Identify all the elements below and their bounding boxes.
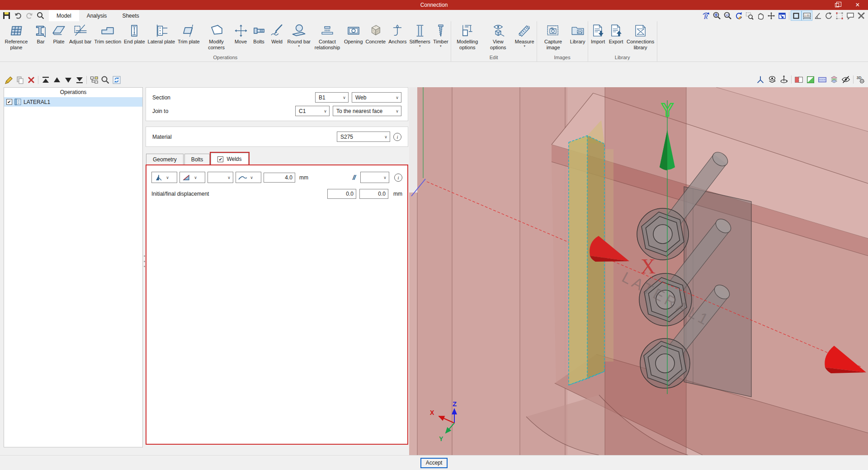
move-up-button[interactable]	[51, 75, 62, 85]
material-select[interactable]: S275 ∨	[337, 132, 390, 142]
ribbon-item-weld[interactable]: Weld	[268, 23, 286, 45]
axes-toggle-button[interactable]	[755, 74, 766, 85]
weld-info-icon[interactable]: i	[394, 174, 402, 182]
ribbon-item-import[interactable]: Import	[589, 23, 607, 45]
zoom-window-button[interactable]	[744, 10, 755, 21]
chevron-down-icon: ∨	[248, 175, 255, 180]
workplane-green-button[interactable]	[805, 74, 816, 85]
layers-button[interactable]	[828, 74, 840, 85]
hide-button[interactable]	[840, 74, 852, 85]
panel-splitter[interactable]	[143, 255, 145, 267]
undo-icon	[14, 12, 22, 20]
copy-operation-button[interactable]	[14, 75, 25, 85]
ribbon-item-opening[interactable]: Opening	[343, 23, 364, 45]
clip-plane-button[interactable]	[793, 74, 805, 85]
close-button[interactable]: ×	[847, 0, 868, 10]
comment-button[interactable]	[845, 10, 856, 21]
tools-button[interactable]	[856, 10, 867, 21]
weld-type-select[interactable]: ∨	[179, 172, 205, 183]
search-button[interactable]	[35, 10, 46, 21]
weld-side-select[interactable]: ∨	[360, 172, 389, 183]
ribbon-item-modelling-options[interactable]: Modelling options	[452, 23, 483, 51]
ribbon-group-operations: Reference plane Bar Plate	[0, 21, 451, 61]
zoom-all-button[interactable]	[712, 10, 722, 21]
svg-text:3D: 3D	[857, 76, 862, 80]
ribbon-item-anchors[interactable]: Anchors	[387, 23, 408, 45]
ribbon-item-plate[interactable]: Plate	[50, 23, 68, 45]
weld-symbol-select[interactable]: ∨	[151, 172, 177, 183]
scale-button[interactable]: 1.00	[802, 10, 812, 21]
edit-operation-button[interactable]	[3, 75, 14, 85]
3d-settings-button[interactable]: 3D	[855, 74, 867, 85]
ribbon-item-capture-image[interactable]: Capture image	[538, 23, 569, 51]
delete-operation-button[interactable]	[25, 75, 37, 85]
join-mode-select[interactable]: To the nearest face ∨	[333, 106, 401, 116]
ribbon-item-library[interactable]: Library	[569, 23, 587, 45]
material-info-icon[interactable]: i	[393, 133, 401, 141]
solid-view-button[interactable]	[791, 10, 802, 21]
redo-button[interactable]	[24, 10, 35, 21]
undo-button[interactable]	[12, 10, 24, 21]
tab-bolts[interactable]: Bolts	[184, 154, 210, 165]
ribbon-item-view-options[interactable]: View options	[483, 23, 514, 51]
rotate-button[interactable]	[823, 10, 834, 21]
move-bottom-button[interactable]	[74, 75, 85, 85]
ribbon-item-trim-section[interactable]: Trim section	[93, 23, 123, 45]
move-top-button[interactable]	[40, 75, 51, 85]
tab-geometry[interactable]: Geometry	[146, 154, 184, 165]
ribbon-item-trim-plate[interactable]: Trim plate	[176, 23, 201, 45]
selection-button[interactable]	[834, 10, 845, 21]
workplane-blue-button[interactable]	[816, 74, 828, 85]
move-down-button[interactable]	[62, 75, 74, 85]
ribbon-item-connections-library[interactable]: Connections library	[625, 23, 656, 51]
zoom-x2-button[interactable]: x2	[722, 10, 733, 21]
welds-checkbox[interactable]: ✔	[217, 156, 223, 162]
ribbon-item-timber[interactable]: Timber ▾	[432, 23, 450, 48]
ribbon-item-move[interactable]: Move	[232, 23, 250, 45]
ribbon-item-lateral-plate[interactable]: Lateral plate	[146, 23, 177, 45]
ribbon-item-export[interactable]: Export	[607, 23, 625, 45]
ribbon-item-end-plate[interactable]: End plate	[123, 23, 146, 45]
ribbon-item-round-bar[interactable]: Round bar ▾	[286, 23, 312, 48]
ribbon-item-reference-plane[interactable]: Reference plane	[1, 23, 32, 51]
ribbon-item-concrete[interactable]: Concrete	[364, 23, 387, 45]
tab-model[interactable]: Model	[49, 10, 79, 21]
section-part-select[interactable]: Web ∨	[352, 92, 401, 103]
accept-button[interactable]: Accept	[420, 458, 448, 468]
operation-row-lateral1[interactable]: ✔ LATERAL1	[4, 97, 142, 107]
ribbon-group-label: Operations	[1, 54, 450, 61]
join-member-select[interactable]: C1 ∨	[295, 106, 330, 116]
ribbon-item-measure[interactable]: Measure ▾	[514, 23, 536, 48]
tab-analysis[interactable]: Analysis	[79, 10, 115, 21]
viewport-3d[interactable]: Y X LATERAL1 Z X Y	[409, 87, 868, 455]
section-member-select[interactable]: B1 ∨	[315, 92, 349, 103]
tab-sheets[interactable]: Sheets	[114, 10, 146, 21]
save-button[interactable]	[1, 10, 12, 21]
ribbon-item-adjust-bar[interactable]: Adjust bar	[68, 23, 93, 45]
pan-button[interactable]	[755, 10, 766, 21]
redraw-button[interactable]	[733, 10, 744, 21]
weld-size-input[interactable]: 4.0	[264, 173, 295, 183]
fit-window-button[interactable]	[777, 10, 788, 21]
ribbon-item-bolts[interactable]: Bolts	[250, 23, 268, 45]
turntable-button[interactable]	[778, 74, 790, 85]
tab-welds[interactable]: ✔ Welds	[211, 153, 248, 165]
search-operation-button[interactable]	[99, 75, 111, 85]
weld-continuity-select[interactable]: ∨	[236, 172, 261, 183]
refresh-button[interactable]	[111, 75, 122, 85]
displacement-initial-input[interactable]: 0.0	[327, 189, 356, 199]
angle-button[interactable]	[812, 10, 823, 21]
ribbon-item-modify-corners[interactable]: Modify corners	[201, 23, 232, 51]
orbit-button[interactable]	[766, 74, 778, 85]
displacement-final-input[interactable]: 0.0	[359, 189, 388, 199]
ribbon-item-contact-relationship[interactable]: Contact relationship	[312, 23, 343, 51]
zoom-previous-button[interactable]: R	[701, 10, 712, 21]
ribbon-item-bar[interactable]: Bar	[32, 23, 50, 45]
move-view-button[interactable]	[766, 10, 777, 21]
ribbon-item-stiffeners[interactable]: Stiffeners ▾	[408, 23, 432, 48]
weld-material-select[interactable]: ∨	[208, 172, 233, 183]
ribbon-item-label: Weld	[271, 39, 283, 45]
operation-checkbox[interactable]: ✔	[6, 99, 12, 105]
tree-view-button[interactable]	[88, 75, 99, 85]
restore-button[interactable]	[826, 0, 847, 10]
